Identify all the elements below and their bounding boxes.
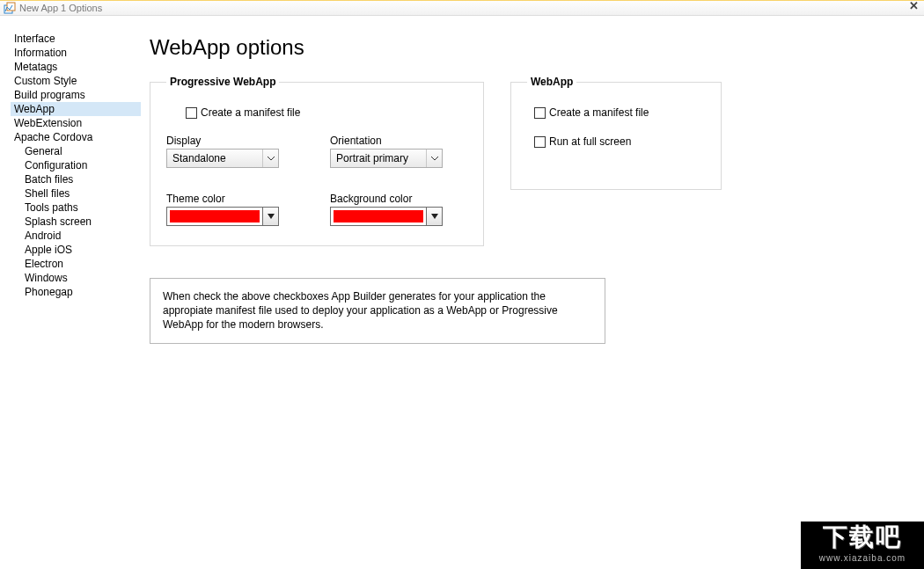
color-swatch-bg-inner <box>334 210 423 222</box>
sidebar-item-batch-files[interactable]: Batch files <box>11 172 141 186</box>
group-webapp: WebApp Create a manifest file Run at ful… <box>510 76 722 190</box>
sidebar-item-phonegap[interactable]: Phonegap <box>11 285 141 299</box>
color-swatch-theme <box>166 207 263 226</box>
sidebar-item-custom-style[interactable]: Custom Style <box>11 74 141 88</box>
watermark: 下载吧 www.xiazaiba.com <box>801 522 924 569</box>
sidebar-item-shell-files[interactable]: Shell files <box>11 186 141 201</box>
svg-marker-3 <box>431 214 438 219</box>
info-note: When check the above checkboxes App Buil… <box>150 278 605 344</box>
sidebar-item-webapp[interactable]: WebApp <box>11 102 141 116</box>
sidebar-item-apple-ios[interactable]: Apple iOS <box>11 243 141 257</box>
watermark-url: www.xiazaiba.com <box>801 553 924 563</box>
combo-display-value: Standalone <box>167 152 262 164</box>
chevron-down-icon <box>426 150 442 167</box>
svg-rect-1 <box>7 3 15 11</box>
combo-orientation-value: Portrait primary <box>331 152 426 164</box>
checkbox-wa-manifest-label: Create a manifest file <box>549 107 649 119</box>
checkbox-wa-manifest[interactable] <box>534 107 546 119</box>
main: WebApp options Progressive WebApp Create… <box>141 16 924 569</box>
close-button[interactable]: ✕ <box>909 0 919 12</box>
watermark-text: 下载吧 <box>801 522 924 553</box>
page-title: WebApp options <box>150 35 915 60</box>
sidebar-item-windows[interactable]: Windows <box>11 271 141 285</box>
label-display: Display <box>166 135 304 147</box>
label-orientation: Orientation <box>330 135 467 147</box>
dropdown-arrow-icon <box>427 207 443 226</box>
group-legend-wa: WebApp <box>527 76 576 88</box>
checkbox-pwa-manifest-label: Create a manifest file <box>201 107 300 119</box>
group-progressive-webapp: Progressive WebApp Create a manifest fil… <box>150 76 484 246</box>
combo-orientation[interactable]: Portrait primary <box>330 149 443 168</box>
sidebar-item-apache-cordova[interactable]: Apache Cordova <box>11 130 141 144</box>
sidebar-item-android[interactable]: Android <box>11 229 141 243</box>
sidebar-item-information[interactable]: Information <box>11 46 141 60</box>
checkbox-pwa-manifest[interactable] <box>186 107 197 119</box>
colorpicker-theme[interactable] <box>166 207 279 226</box>
sidebar-item-general[interactable]: General <box>11 144 141 158</box>
titlebar: New App 1 Options ✕ <box>0 0 924 16</box>
label-theme-color: Theme color <box>166 193 304 205</box>
group-legend-pwa: Progressive WebApp <box>166 76 279 88</box>
color-swatch-theme-inner <box>170 210 260 222</box>
sidebar-item-interface[interactable]: Interface <box>11 32 141 46</box>
sidebar-item-metatags[interactable]: Metatags <box>11 60 141 74</box>
sidebar: Interface Information Metatags Custom St… <box>0 16 141 569</box>
checkbox-wa-fullscreen[interactable] <box>534 136 546 148</box>
svg-marker-2 <box>268 214 275 219</box>
app-icon <box>4 2 16 14</box>
color-swatch-bg <box>330 207 427 226</box>
sidebar-item-electron[interactable]: Electron <box>11 257 141 271</box>
sidebar-item-webextension[interactable]: WebExtension <box>11 116 141 130</box>
sidebar-item-splash-screen[interactable]: Splash screen <box>11 215 141 229</box>
window-title: New App 1 Options <box>19 3 102 13</box>
combo-display[interactable]: Standalone <box>166 149 279 168</box>
chevron-down-icon <box>262 150 278 167</box>
sidebar-item-tools-paths[interactable]: Tools paths <box>11 201 141 215</box>
sidebar-item-build-programs[interactable]: Build programs <box>11 88 141 102</box>
sidebar-item-configuration[interactable]: Configuration <box>11 158 141 172</box>
dropdown-arrow-icon <box>263 207 279 226</box>
label-bg-color: Background color <box>330 193 467 205</box>
checkbox-wa-fullscreen-label: Run at full screen <box>549 136 631 148</box>
colorpicker-bg[interactable] <box>330 207 443 226</box>
